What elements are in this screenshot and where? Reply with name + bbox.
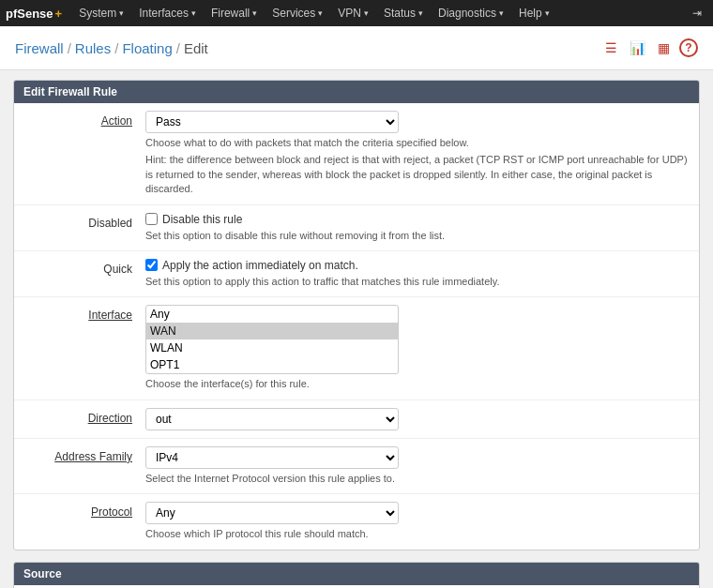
interface-row: Interface Any WAN WLAN OPT1 Choose the i…	[14, 297, 699, 400]
topnav: pfSense+ System▾ Interfaces▾ Firewall▾ S…	[0, 0, 713, 26]
main-content: Edit Firewall Rule Action Pass Block Rej…	[0, 70, 713, 588]
disabled-check-label[interactable]: Disable this rule	[145, 213, 690, 226]
chevron-icon: ▾	[252, 8, 257, 18]
action-label[interactable]: Action	[23, 111, 145, 128]
direction-content: out in any	[145, 408, 690, 430]
protocol-row: Protocol Any TCP UDP TCP/UDP ICMP Choose…	[14, 494, 699, 549]
address-family-row: Address Family IPv4 IPv6 IPv4+IPv6 Selec…	[14, 439, 699, 494]
address-family-label[interactable]: Address Family	[23, 446, 145, 463]
quick-check-label[interactable]: Apply the action immediately on match.	[145, 259, 690, 272]
page-header: Firewall / Rules / Floating / Edit ☰ 📊 ▦…	[0, 26, 713, 70]
nav-interfaces[interactable]: Interfaces▾	[131, 0, 204, 26]
breadcrumb-floating[interactable]: Floating	[122, 40, 172, 56]
brand[interactable]: pfSense+	[6, 7, 62, 21]
address-family-hint: Select the Internet Protocol version thi…	[145, 472, 690, 486]
protocol-select[interactable]: Any TCP UDP TCP/UDP ICMP	[145, 502, 399, 524]
action-row: Action Pass Block Reject Choose what to …	[14, 103, 699, 205]
address-family-select[interactable]: IPv4 IPv6 IPv4+IPv6	[145, 446, 399, 469]
panel-title-edit: Edit Firewall Rule	[14, 81, 699, 103]
source-panel: Source Source Invert match WAN address a…	[13, 562, 700, 588]
protocol-label[interactable]: Protocol	[23, 502, 145, 519]
rules-list-icon[interactable]: ☰	[600, 38, 621, 58]
brand-text: pfSense	[6, 7, 53, 21]
quick-checkbox[interactable]	[145, 259, 158, 271]
source-panel-title: Source	[14, 563, 699, 585]
chevron-icon: ▾	[418, 8, 423, 18]
protocol-hint: Choose which IP protocol this rule shoul…	[145, 527, 690, 541]
chart-icon[interactable]: 📊	[627, 38, 647, 58]
interface-listbox[interactable]: Any WAN WLAN OPT1	[145, 305, 399, 374]
interface-hint: Choose the interface(s) for this rule.	[145, 377, 690, 391]
panel-body-edit: Action Pass Block Reject Choose what to …	[14, 103, 699, 550]
address-family-content: IPv4 IPv6 IPv4+IPv6 Select the Internet …	[145, 446, 690, 486]
breadcrumb: Firewall / Rules / Floating / Edit	[15, 40, 208, 56]
breadcrumb-edit: Edit	[184, 40, 208, 56]
interface-label[interactable]: Interface	[23, 305, 145, 322]
disabled-content: Disable this rule Set this option to dis…	[145, 213, 690, 243]
quick-checkbox-text: Apply the action immediately on match.	[162, 259, 358, 272]
action-hint2: Hint: the difference between block and r…	[145, 153, 690, 196]
disabled-row: Disabled Disable this rule Set this opti…	[14, 205, 699, 251]
interface-content: Any WAN WLAN OPT1 Choose the interface(s…	[145, 305, 690, 391]
source-row: Source Invert match WAN address any Sing…	[14, 585, 699, 588]
direction-label[interactable]: Direction	[23, 408, 145, 425]
action-hint: Choose what to do with packets that matc…	[145, 136, 690, 150]
nav-status[interactable]: Status▾	[376, 0, 431, 26]
quick-content: Apply the action immediately on match. S…	[145, 259, 690, 289]
help-icon[interactable]: ?	[679, 38, 698, 57]
direction-row: Direction out in any	[14, 400, 699, 439]
quick-row: Quick Apply the action immediately on ma…	[14, 251, 699, 297]
source-panel-body: Source Invert match WAN address any Sing…	[14, 585, 699, 588]
chevron-icon: ▾	[119, 8, 124, 18]
action-content: Pass Block Reject Choose what to do with…	[145, 111, 690, 197]
chevron-icon: ▾	[545, 8, 550, 18]
nav-system[interactable]: System▾	[71, 0, 131, 26]
table-icon[interactable]: ▦	[653, 38, 674, 58]
nav-vpn[interactable]: VPN▾	[330, 0, 376, 26]
disabled-checkbox[interactable]	[145, 213, 158, 225]
disabled-hint: Set this option to disable this rule wit…	[145, 229, 690, 243]
quick-hint: Set this option to apply this action to …	[145, 275, 690, 289]
nav-logout-icon[interactable]: ⇥	[687, 7, 707, 20]
nav-services[interactable]: Services▾	[265, 0, 330, 26]
edit-firewall-rule-panel: Edit Firewall Rule Action Pass Block Rej…	[13, 80, 700, 550]
disabled-label: Disabled	[23, 213, 145, 230]
direction-select[interactable]: out in any	[145, 408, 399, 430]
chevron-icon: ▾	[191, 8, 196, 18]
chevron-icon: ▾	[499, 8, 504, 18]
breadcrumb-firewall[interactable]: Firewall	[15, 40, 64, 56]
brand-plus: +	[55, 7, 63, 21]
chevron-icon: ▾	[364, 8, 369, 18]
chevron-icon: ▾	[318, 8, 323, 18]
quick-label: Quick	[23, 259, 145, 276]
disabled-checkbox-text: Disable this rule	[162, 213, 242, 226]
topnav-menu: System▾ Interfaces▾ Firewall▾ Services▾ …	[71, 0, 687, 26]
protocol-content: Any TCP UDP TCP/UDP ICMP Choose which IP…	[145, 502, 690, 541]
nav-help[interactable]: Help▾	[511, 0, 557, 26]
nav-diagnostics[interactable]: Diagnostics▾	[431, 0, 511, 26]
nav-firewall[interactable]: Firewall▾	[204, 0, 265, 26]
breadcrumb-rules[interactable]: Rules	[75, 40, 111, 56]
action-select[interactable]: Pass Block Reject	[145, 111, 399, 133]
header-icons: ☰ 📊 ▦ ?	[600, 38, 698, 58]
